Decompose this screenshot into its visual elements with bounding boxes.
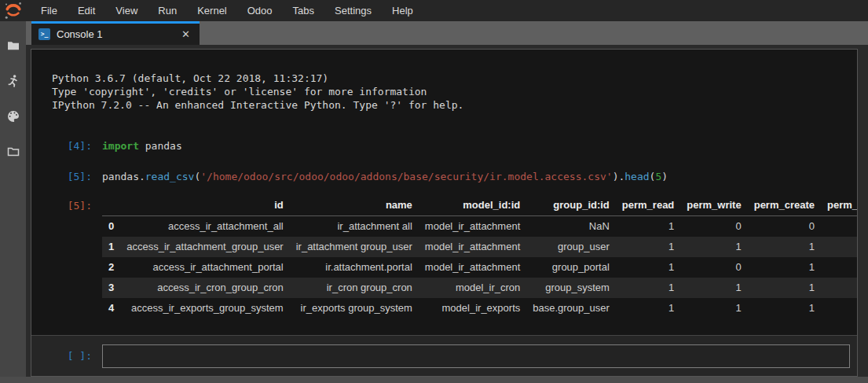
table-cell: access_ir_cron_group_cron	[120, 278, 289, 298]
table-cell: 1	[680, 237, 747, 257]
dataframe-col-header: perm_create	[748, 195, 821, 216]
table-cell: ir_attachment group_user	[290, 237, 419, 257]
menu-item-tabs[interactable]: Tabs	[283, 0, 324, 21]
table-cell: 1	[616, 298, 680, 319]
table-cell: 1	[821, 237, 857, 257]
table-cell: 1	[616, 278, 680, 298]
table-row: 3access_ir_cron_group_cronir_cron group_…	[102, 278, 857, 298]
table-cell: model_ir_exports	[419, 298, 526, 319]
table-cell: access_ir_attachment_portal	[120, 257, 289, 278]
table-cell: group_portal	[526, 257, 616, 278]
table-cell: 1	[616, 237, 680, 257]
table-cell: ir.attachment.portal	[290, 257, 419, 278]
table-cell: group_user	[526, 237, 616, 257]
table-cell: model_ir_attachment	[419, 216, 526, 238]
output-prompt-5: [5]:	[31, 195, 102, 212]
dataframe-col-header: id	[120, 195, 289, 216]
menu-item-help[interactable]: Help	[382, 0, 423, 21]
input-prompt-5: [5]:	[31, 171, 102, 182]
menu-item-odoo[interactable]: Odoo	[237, 0, 283, 21]
table-cell: 0	[821, 216, 857, 238]
dataframe-index-header	[102, 195, 120, 216]
table-cell: model_ir_cron	[419, 278, 526, 298]
console-icon: >_	[38, 28, 50, 40]
table-row: 1access_ir_attachment_group_userir_attac…	[102, 237, 857, 257]
menu-item-settings[interactable]: Settings	[324, 0, 382, 21]
command-palette-icon[interactable]	[6, 109, 20, 123]
table-cell: 0	[680, 216, 747, 238]
menu-item-run[interactable]: Run	[148, 0, 187, 21]
banner-line: Python 3.6.7 (default, Oct 22 2018, 11:3…	[52, 72, 857, 85]
console-panel: Python 3.6.7 (default, Oct 22 2018, 11:3…	[31, 49, 858, 377]
row-index: 4	[102, 298, 120, 319]
table-cell: 1	[748, 237, 821, 257]
table-cell: 1	[748, 278, 821, 298]
menubar: FileEditViewRunKernelOdooTabsSettingsHel…	[0, 0, 868, 21]
table-cell: 0	[821, 257, 857, 278]
row-index: 2	[102, 257, 120, 278]
table-cell: model_ir_attachment	[419, 257, 526, 278]
table-cell: ir_exports group_system	[290, 298, 419, 319]
table-row: 2access_ir_attachment_portalir.attachmen…	[102, 257, 857, 278]
banner: Python 3.6.7 (default, Oct 22 2018, 11:3…	[52, 72, 857, 112]
table-cell: 1	[821, 298, 857, 319]
bottom-window-strip	[0, 377, 868, 383]
tab-console-1[interactable]: >_ Console 1 ✕	[31, 21, 200, 45]
banner-line: Type 'copyright', 'credits' or 'license'…	[52, 85, 857, 98]
row-index: 1	[102, 237, 120, 257]
menu-item-kernel[interactable]: Kernel	[187, 0, 237, 21]
table-row: 0access_ir_attachment_allir_attachment a…	[102, 216, 857, 238]
console-output-area[interactable]: Python 3.6.7 (default, Oct 22 2018, 11:3…	[31, 50, 857, 335]
table-cell: 1	[748, 257, 821, 278]
dataframe-col-header: name	[290, 195, 419, 216]
tab-label: Console 1	[57, 28, 103, 40]
table-cell: access_ir_exports_group_system	[120, 298, 289, 319]
menubar-items: FileEditViewRunKernelOdooTabsSettingsHel…	[31, 0, 423, 21]
table-cell: NaN	[526, 216, 616, 238]
table-cell: 1	[821, 278, 857, 298]
dataframe-col-header: perm_write	[680, 195, 747, 216]
row-index: 0	[102, 216, 120, 238]
code-in5: pandas.read_csv('/home/odoo/src/odoo/odo…	[102, 171, 668, 182]
input-prompt-empty: [ ]:	[31, 350, 102, 362]
dataframe-col-header: model_id:id	[419, 195, 526, 216]
table-cell: 1	[616, 216, 680, 238]
table-cell: access_ir_attachment_group_user	[120, 237, 289, 257]
table-cell: base.group_user	[526, 298, 616, 319]
table-row: 4access_ir_exports_group_systemir_export…	[102, 298, 857, 319]
code-cell-5: [5]: pandas.read_csv('/home/odoo/src/odo…	[31, 171, 857, 182]
table-cell: 1	[616, 257, 680, 278]
code-in4: import pandas	[102, 140, 182, 152]
table-cell: ir_attachment all	[290, 216, 419, 238]
table-cell: model_ir_attachment	[419, 237, 526, 257]
table-cell: access_ir_attachment_all	[120, 216, 289, 238]
dataframe-col-header: perm_read	[616, 195, 680, 216]
code-cell-4: [4]: import pandas	[31, 140, 857, 152]
dataframe-col-header: group_id:id	[526, 195, 616, 216]
input-prompt-4: [4]:	[31, 140, 102, 152]
table-cell: group_system	[526, 278, 616, 298]
tab-bar: >_ Console 1 ✕	[26, 21, 868, 45]
menu-item-view[interactable]: View	[105, 0, 148, 21]
table-cell: 0	[680, 257, 747, 278]
menu-item-edit[interactable]: Edit	[68, 0, 105, 21]
console-input-cell: [ ]:	[31, 335, 857, 376]
file-browser-icon[interactable]	[6, 39, 20, 53]
table-cell: ir_cron group_cron	[290, 278, 419, 298]
row-index: 3	[102, 278, 120, 298]
table-cell: 1	[680, 298, 747, 319]
tab-close-icon[interactable]: ✕	[178, 28, 193, 41]
menu-item-file[interactable]: File	[31, 0, 68, 21]
banner-line: IPython 7.2.0 -- An enhanced Interactive…	[52, 98, 857, 112]
table-cell: 1	[680, 278, 747, 298]
open-tabs-icon[interactable]	[6, 145, 20, 159]
running-sessions-icon[interactable]	[6, 74, 20, 88]
jupyter-orange-logo-icon	[2, 1, 24, 21]
output-cell-5: [5]: idnamemodel_id:idgroup_id:idperm_re…	[31, 195, 857, 319]
console-code-input[interactable]	[102, 344, 850, 368]
dataframe-col-header: perm_unlink	[821, 195, 857, 216]
left-activity-sidebar	[0, 21, 26, 377]
table-cell: 1	[748, 298, 821, 319]
table-cell: 0	[748, 216, 821, 238]
dataframe-table: idnamemodel_id:idgroup_id:idperm_readper…	[102, 195, 857, 319]
